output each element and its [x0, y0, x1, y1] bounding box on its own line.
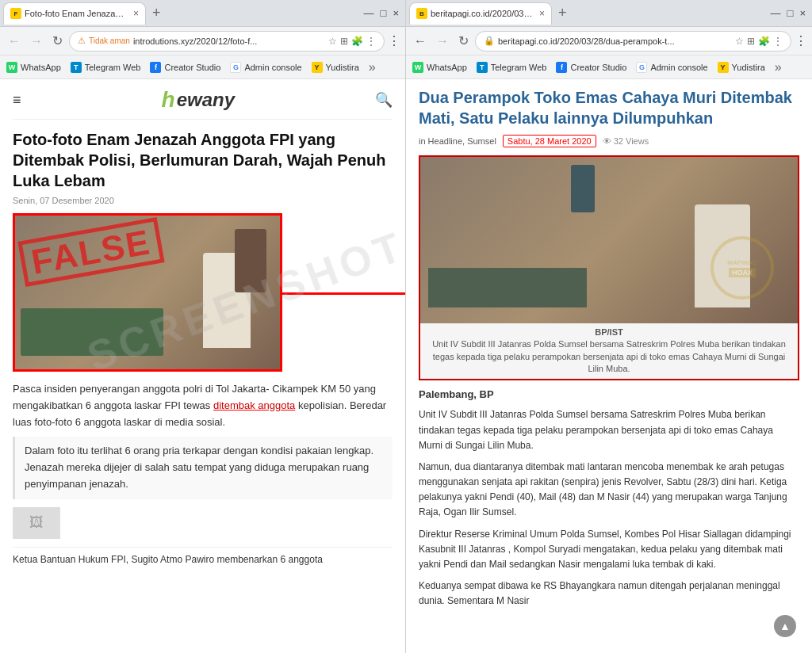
left-new-tab-btn[interactable]: + [147, 5, 166, 21]
right-article-meta: in Headline, Sumsel Sabtu, 28 Maret 2020… [419, 135, 799, 147]
person-silhouette-2 [235, 229, 266, 292]
left-back-btn[interactable]: ← [5, 32, 24, 50]
logo-h: h [162, 87, 175, 113]
right-url-text: beritapagi.co.id/2020/03/28/dua-perampok… [498, 36, 732, 46]
right-more-icon[interactable]: ⋮ [773, 36, 783, 47]
left-forward-btn[interactable]: → [27, 32, 46, 50]
right-window-controls: — □ × [771, 7, 809, 19]
right-bm-yudistira[interactable]: Y Yudistira [718, 62, 765, 73]
right-refresh-btn[interactable]: ↻ [455, 32, 472, 50]
right-reader-icon[interactable]: ⊞ [747, 36, 755, 47]
left-bookmarks-more[interactable]: » [369, 60, 376, 74]
left-bookmark-star[interactable]: ☆ [328, 36, 337, 47]
right-bookmarks-more[interactable]: » [775, 60, 782, 74]
left-url-bar[interactable]: ⚠ Tidak aman introdutions.xyz/2020/12/fo… [69, 31, 385, 52]
right-meta-category: in Headline, Sumsel [419, 136, 496, 146]
mafindo-watermark: MAFINDO HOAX [710, 236, 774, 300]
right-views-count: 32 Views [614, 136, 649, 146]
right-menu-btn[interactable]: ⋮ [795, 33, 807, 48]
left-article-image [13, 213, 282, 372]
right-whatsapp-icon: W [412, 62, 423, 73]
right-body-para1: Unit IV Subdit III Jatanras Polda Sumsel… [419, 407, 799, 453]
right-bm-telegram[interactable]: T Telegram Web [477, 62, 547, 73]
site-header: ≡ h ewany 🔍 [13, 87, 393, 120]
right-url-bar[interactable]: 🔒 beritapagi.co.id/2020/03/28/dua-peramp… [475, 31, 791, 52]
left-refresh-btn[interactable]: ↻ [49, 32, 66, 50]
close-btn[interactable]: × [393, 7, 399, 19]
right-maximize-btn[interactable]: □ [787, 7, 794, 19]
right-telegram-icon: T [477, 62, 488, 73]
right-article-page: Dua Perampok Toko Emas Cahaya Muri Ditem… [406, 79, 812, 624]
right-image-caption: BP/IST Unit IV Subdit III Jatanras Polda… [420, 323, 798, 379]
right-bm-yudistira-label: Yudistira [732, 63, 765, 72]
left-tab-close[interactable]: × [133, 8, 139, 19]
left-tab-favicon: F [10, 8, 21, 19]
left-lock-icon: ⚠ [78, 36, 86, 46]
right-bm-whatsapp[interactable]: W WhatsApp [412, 62, 467, 73]
right-new-tab-btn[interactable]: + [553, 5, 572, 21]
left-tab-bar: F Foto-foto Enam Jenazah Angg... × + — □… [0, 0, 405, 27]
right-body-para4: Keduanya sempat dibawa ke RS Bhayangkara… [419, 579, 799, 609]
right-page-content: Dua Perampok Toko Emas Cahaya Muri Ditem… [406, 79, 812, 653]
left-address-bar: ← → ↻ ⚠ Tidak aman introdutions.xyz/2020… [0, 27, 405, 55]
left-ext-icon[interactable]: 🧩 [351, 36, 363, 47]
left-article-date: Senin, 07 Desember 2020 [13, 196, 393, 205]
right-bm-creator[interactable]: f Creator Studio [556, 62, 626, 73]
left-article-title: Foto-foto Enam Jenazah Anggota FPI yang … [13, 129, 393, 191]
hamburger-menu[interactable]: ≡ [13, 92, 21, 109]
logo-rest: ewany [177, 89, 235, 111]
left-body-link[interactable]: ditembak anggota [213, 399, 295, 411]
left-bm-whatsapp[interactable]: W WhatsApp [6, 62, 61, 73]
left-reader-icon[interactable]: ⊞ [340, 36, 348, 47]
right-back-btn[interactable]: ← [411, 32, 430, 50]
right-bookmark-star[interactable]: ☆ [735, 36, 744, 47]
telegram-icon: T [71, 62, 82, 73]
right-minimize-btn[interactable]: — [771, 7, 781, 19]
left-bm-telegram[interactable]: T Telegram Web [71, 62, 141, 73]
right-google-icon: G [636, 62, 647, 73]
minimize-btn[interactable]: — [364, 7, 374, 19]
left-window-controls: — □ × [364, 7, 402, 19]
left-img-scene [13, 213, 282, 372]
right-active-tab[interactable]: B beritapagi.co.id/2020/03/28... × [409, 2, 552, 25]
body-silhouette [21, 308, 163, 356]
right-views-icon: 👁 [603, 136, 611, 146]
left-article-body: Pasca insiden penyerangan anggota polri … [13, 381, 393, 539]
left-bookmarks-bar: W WhatsApp T Telegram Web f Creator Stud… [0, 55, 405, 79]
left-bm-creator-label: Creator Studio [164, 63, 220, 72]
left-tab-title: Foto-foto Enam Jenazah Angg... [25, 9, 127, 18]
search-icon[interactable]: 🔍 [375, 91, 393, 109]
left-bm-yudistira-label: Yudistira [326, 63, 359, 72]
left-body-para1: Pasca insiden penyerangan anggota polri … [13, 381, 393, 430]
right-body-para3: Direktur Reserse Kriminal Umum Polda Sum… [419, 527, 799, 573]
left-more-icon[interactable]: ⋮ [366, 36, 376, 47]
left-menu-btn[interactable]: ⋮ [388, 33, 400, 48]
left-body-para2: Dalam foto itu terlihat 6 orang pria ter… [13, 437, 393, 498]
left-bm-yudistira[interactable]: Y Yudistira [312, 62, 359, 73]
right-tab-close[interactable]: × [539, 8, 545, 19]
placeholder-image: 🖼 [13, 507, 60, 539]
maximize-btn[interactable]: □ [381, 7, 387, 19]
right-forward-btn[interactable]: → [433, 32, 452, 50]
left-bm-creator[interactable]: f Creator Studio [150, 62, 220, 73]
left-url-text: introdutions.xyz/2020/12/foto-f... [133, 36, 325, 46]
mafindo-text: MAFINDO [727, 259, 756, 266]
right-bm-admin[interactable]: G Admin console [636, 62, 707, 73]
right-tab-title: beritapagi.co.id/2020/03/28... [431, 9, 533, 18]
right-image-wrapper: MAFINDO HOAX BP/IST Unit IV Subdit III J… [419, 155, 799, 380]
right-caption-source: BP/IST [427, 326, 791, 338]
scroll-up-arrow[interactable]: ▲ [774, 615, 796, 637]
right-close-btn[interactable]: × [799, 7, 806, 19]
right-meta-date: Sabtu, 28 Maret 2020 [503, 135, 596, 147]
google-icon: G [230, 62, 241, 73]
left-active-tab[interactable]: F Foto-foto Enam Jenazah Angg... × [3, 2, 146, 25]
left-image-wrapper: FALSE [13, 213, 282, 372]
whatsapp-icon: W [6, 62, 17, 73]
browser-container: F Foto-foto Enam Jenazah Angg... × + — □… [0, 0, 812, 653]
left-footer-text: Ketua Bantuan Hukum FPI, Sugito Atmo Paw… [13, 547, 393, 565]
right-ext-icon[interactable]: 🧩 [758, 36, 770, 47]
right-article-body: Palembang, BP Unit IV Subdit III Jatanra… [419, 387, 799, 609]
hoax-badge: HOAX [729, 268, 756, 277]
right-tab-favicon: B [416, 8, 427, 19]
left-bm-admin[interactable]: G Admin console [230, 62, 301, 73]
